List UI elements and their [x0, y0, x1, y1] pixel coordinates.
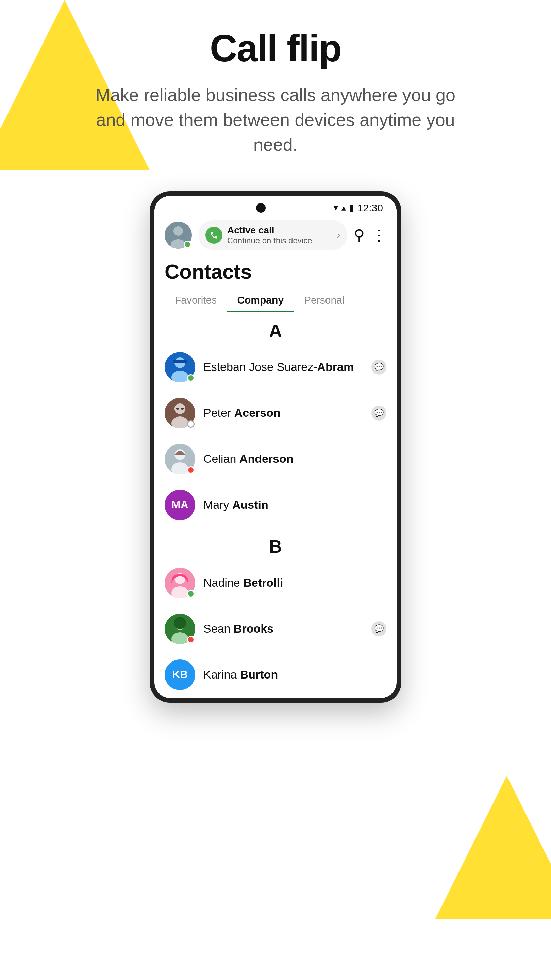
page-title: Call flip	[210, 27, 341, 69]
tab-favorites[interactable]: Favorites	[165, 289, 227, 312]
contact-avatar-peter	[165, 398, 195, 428]
contact-avatar-initials-karina: KB	[165, 659, 195, 690]
contact-status-nadine	[187, 590, 195, 598]
decoration-triangle-bottom	[435, 776, 551, 919]
page-subtitle: Make reliable business calls anywhere yo…	[89, 83, 462, 157]
svg-point-21	[174, 617, 186, 629]
wifi-icon: ▾	[333, 202, 338, 213]
section-b-header: B	[154, 528, 397, 560]
status-time: 12:30	[357, 202, 383, 214]
active-call-title: Active call	[227, 224, 332, 236]
user-status-dot	[184, 240, 191, 248]
contact-avatar-karina: KB	[165, 659, 195, 690]
contacts-header: Contacts Favorites Company Personal	[154, 253, 397, 312]
contact-avatar-mary: MA	[165, 490, 195, 520]
svg-point-11	[181, 408, 184, 410]
status-bar-right: ▾ ▴ ▮ 12:30	[333, 202, 383, 214]
tab-personal[interactable]: Personal	[294, 289, 354, 312]
top-actions: ⚲ ⋮	[354, 226, 386, 243]
svg-rect-6	[173, 360, 187, 363]
camera-dot	[256, 203, 266, 213]
message-bubble-peter[interactable]: 💬	[372, 406, 386, 421]
call-icon	[205, 227, 222, 243]
contact-status-peter	[187, 420, 195, 428]
contact-avatar-esteban	[165, 352, 195, 382]
contact-karina[interactable]: KB Karina Burton	[154, 652, 397, 698]
contact-name-celian: Celian Anderson	[203, 452, 386, 466]
contact-name-sean: Sean Brooks	[203, 622, 363, 635]
tab-company[interactable]: Company	[227, 289, 294, 312]
contact-nadine[interactable]: Nadine Betrolli	[154, 560, 397, 606]
active-call-subtitle: Continue on this device	[227, 236, 332, 246]
contact-name-nadine: Nadine Betrolli	[203, 576, 386, 589]
contact-status-sean	[187, 636, 195, 643]
contact-sean[interactable]: Sean Brooks 💬	[154, 606, 397, 652]
search-icon[interactable]: ⚲	[354, 226, 365, 243]
phone-mockup: ▾ ▴ ▮ 12:30	[150, 191, 401, 703]
contact-mary[interactable]: MA Mary Austin	[154, 482, 397, 528]
contact-status-celian	[187, 466, 195, 474]
svg-point-1	[173, 226, 183, 236]
contact-avatar-celian	[165, 444, 195, 474]
contact-avatar-sean	[165, 614, 195, 644]
contact-peter[interactable]: Peter Acerson 💬	[154, 390, 397, 436]
user-avatar-container[interactable]	[165, 221, 192, 249]
contacts-tabs: Favorites Company Personal	[165, 289, 386, 312]
section-a-header: A	[154, 312, 397, 344]
more-options-icon[interactable]: ⋮	[372, 226, 386, 243]
status-bar: ▾ ▴ ▮ 12:30	[154, 196, 397, 217]
contact-esteban[interactable]: Esteban Jose Suarez-Abram 💬	[154, 344, 397, 390]
contact-celian[interactable]: Celian Anderson	[154, 436, 397, 482]
contact-name-esteban: Esteban Jose Suarez-Abram	[203, 360, 363, 374]
message-bubble-sean[interactable]: 💬	[372, 621, 386, 636]
contact-name-peter: Peter Acerson	[203, 406, 363, 420]
message-bubble-esteban[interactable]: 💬	[372, 360, 386, 375]
svg-point-10	[176, 408, 179, 410]
top-bar: Active call Continue on this device › ⚲ …	[154, 217, 397, 253]
contacts-title: Contacts	[165, 260, 386, 283]
contact-avatar-nadine	[165, 568, 195, 598]
signal-icon: ▴	[341, 202, 346, 213]
active-call-text: Active call Continue on this device	[227, 224, 332, 246]
battery-icon: ▮	[349, 202, 354, 213]
contact-status-esteban	[187, 374, 195, 382]
chevron-right-icon: ›	[337, 230, 340, 240]
active-call-pill[interactable]: Active call Continue on this device ›	[198, 221, 347, 250]
contact-name-mary: Mary Austin	[203, 498, 386, 511]
contact-name-karina: Karina Burton	[203, 668, 386, 681]
contact-avatar-initials-mary: MA	[165, 490, 195, 520]
status-bar-center	[256, 203, 266, 213]
